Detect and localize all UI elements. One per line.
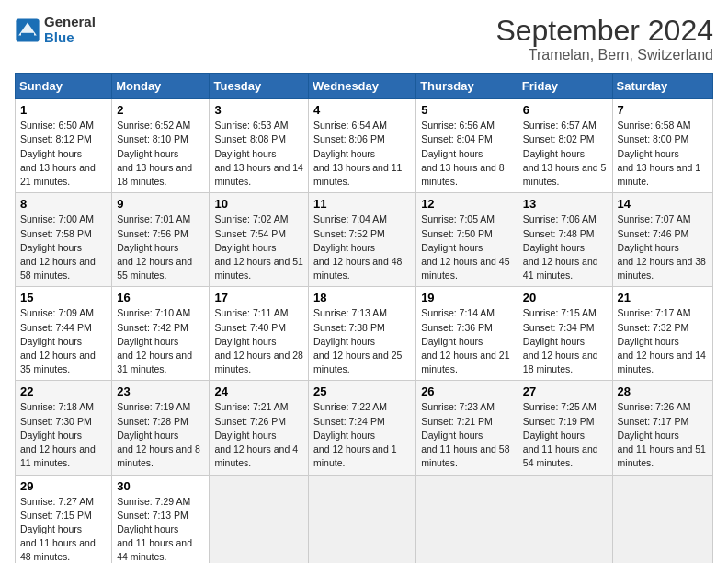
day-info: Sunrise: 6:53 AM Sunset: 8:08 PM Dayligh… — [214, 119, 303, 189]
svg-rect-2 — [21, 32, 34, 39]
day-info: Sunrise: 6:58 AM Sunset: 8:00 PM Dayligh… — [618, 119, 708, 189]
day-cell: 23 Sunrise: 7:19 AM Sunset: 7:28 PM Dayl… — [112, 381, 210, 475]
day-cell: 9 Sunrise: 7:01 AM Sunset: 7:56 PM Dayli… — [112, 193, 210, 287]
day-cell: 2 Sunrise: 6:52 AM Sunset: 8:10 PM Dayli… — [112, 99, 210, 193]
day-cell: 21 Sunrise: 7:17 AM Sunset: 7:32 PM Dayl… — [612, 287, 712, 381]
day-number: 7 — [618, 103, 708, 117]
day-cell: 27 Sunrise: 7:25 AM Sunset: 7:19 PM Dayl… — [518, 381, 612, 475]
day-number: 20 — [523, 291, 608, 304]
day-cell — [518, 475, 612, 563]
day-cell: 15 Sunrise: 7:09 AM Sunset: 7:44 PM Dayl… — [16, 287, 112, 381]
day-number: 4 — [313, 103, 411, 117]
day-cell: 29 Sunrise: 7:27 AM Sunset: 7:15 PM Dayl… — [16, 475, 112, 563]
day-cell — [309, 475, 416, 563]
day-cell: 10 Sunrise: 7:02 AM Sunset: 7:54 PM Dayl… — [210, 193, 309, 287]
day-cell: 3 Sunrise: 6:53 AM Sunset: 8:08 PM Dayli… — [210, 99, 309, 193]
day-cell: 20 Sunrise: 7:15 AM Sunset: 7:34 PM Dayl… — [518, 287, 612, 381]
day-number: 18 — [313, 291, 411, 304]
day-info: Sunrise: 7:25 AM Sunset: 7:19 PM Dayligh… — [523, 400, 608, 470]
day-number: 9 — [117, 197, 204, 211]
day-info: Sunrise: 7:06 AM Sunset: 7:48 PM Dayligh… — [523, 213, 608, 282]
day-cell: 12 Sunrise: 7:05 AM Sunset: 7:50 PM Dayl… — [416, 193, 518, 287]
day-info: Sunrise: 7:07 AM Sunset: 7:46 PM Dayligh… — [618, 213, 708, 282]
day-number: 27 — [523, 385, 608, 398]
day-cell: 19 Sunrise: 7:14 AM Sunset: 7:36 PM Dayl… — [416, 287, 518, 381]
day-number: 17 — [214, 291, 303, 304]
day-info: Sunrise: 7:00 AM Sunset: 7:58 PM Dayligh… — [20, 213, 107, 282]
day-number: 11 — [313, 197, 411, 211]
day-cell: 13 Sunrise: 7:06 AM Sunset: 7:48 PM Dayl… — [518, 193, 612, 287]
day-cell — [612, 475, 712, 563]
day-cell: 25 Sunrise: 7:22 AM Sunset: 7:24 PM Dayl… — [309, 381, 416, 475]
day-number: 24 — [214, 385, 303, 398]
day-number: 5 — [421, 103, 513, 117]
day-cell: 11 Sunrise: 7:04 AM Sunset: 7:52 PM Dayl… — [309, 193, 416, 287]
day-cell: 18 Sunrise: 7:13 AM Sunset: 7:38 PM Dayl… — [309, 287, 416, 381]
day-info: Sunrise: 7:11 AM Sunset: 7:40 PM Dayligh… — [214, 306, 303, 376]
day-info: Sunrise: 7:02 AM Sunset: 7:54 PM Dayligh… — [214, 213, 303, 282]
header-wednesday: Wednesday — [309, 74, 416, 99]
day-info: Sunrise: 7:22 AM Sunset: 7:24 PM Dayligh… — [313, 400, 411, 470]
day-info: Sunrise: 7:27 AM Sunset: 7:15 PM Dayligh… — [20, 495, 107, 563]
day-cell: 5 Sunrise: 6:56 AM Sunset: 8:04 PM Dayli… — [416, 99, 518, 193]
week-row-1: 1 Sunrise: 6:50 AM Sunset: 8:12 PM Dayli… — [16, 99, 713, 193]
day-cell — [416, 475, 518, 563]
day-info: Sunrise: 6:56 AM Sunset: 8:04 PM Dayligh… — [421, 119, 513, 189]
day-info: Sunrise: 7:18 AM Sunset: 7:30 PM Dayligh… — [20, 400, 107, 470]
header-friday: Friday — [518, 74, 612, 99]
day-number: 26 — [421, 385, 513, 398]
header-thursday: Thursday — [416, 74, 518, 99]
day-cell: 28 Sunrise: 7:26 AM Sunset: 7:17 PM Dayl… — [612, 381, 712, 475]
day-number: 30 — [117, 479, 204, 493]
day-cell: 4 Sunrise: 6:54 AM Sunset: 8:06 PM Dayli… — [309, 99, 416, 193]
day-number: 21 — [618, 291, 708, 304]
day-number: 1 — [20, 103, 107, 117]
day-info: Sunrise: 7:23 AM Sunset: 7:21 PM Dayligh… — [421, 400, 513, 470]
day-number: 23 — [117, 385, 204, 398]
calendar-table: SundayMondayTuesdayWednesdayThursdayFrid… — [15, 73, 713, 563]
logo-general: General — [44, 14, 96, 29]
header-saturday: Saturday — [612, 74, 712, 99]
day-info: Sunrise: 7:13 AM Sunset: 7:38 PM Dayligh… — [313, 306, 411, 376]
day-cell: 8 Sunrise: 7:00 AM Sunset: 7:58 PM Dayli… — [16, 193, 112, 287]
day-cell: 14 Sunrise: 7:07 AM Sunset: 7:46 PM Dayl… — [612, 193, 712, 287]
day-number: 6 — [523, 103, 608, 117]
day-info: Sunrise: 7:21 AM Sunset: 7:26 PM Dayligh… — [214, 400, 303, 470]
calendar-title: September 2024 — [495, 15, 713, 47]
day-cell: 17 Sunrise: 7:11 AM Sunset: 7:40 PM Dayl… — [210, 287, 309, 381]
header-row: SundayMondayTuesdayWednesdayThursdayFrid… — [16, 74, 713, 99]
day-number: 22 — [20, 385, 107, 398]
day-cell: 16 Sunrise: 7:10 AM Sunset: 7:42 PM Dayl… — [112, 287, 210, 381]
day-cell: 22 Sunrise: 7:18 AM Sunset: 7:30 PM Dayl… — [16, 381, 112, 475]
day-number: 14 — [618, 197, 708, 211]
day-info: Sunrise: 6:54 AM Sunset: 8:06 PM Dayligh… — [313, 119, 411, 189]
day-number: 16 — [117, 291, 204, 304]
day-number: 28 — [618, 385, 708, 398]
day-info: Sunrise: 7:29 AM Sunset: 7:13 PM Dayligh… — [117, 495, 204, 563]
week-row-4: 22 Sunrise: 7:18 AM Sunset: 7:30 PM Dayl… — [16, 381, 713, 475]
day-cell: 26 Sunrise: 7:23 AM Sunset: 7:21 PM Dayl… — [416, 381, 518, 475]
logo: General Blue — [15, 15, 96, 45]
day-cell: 1 Sunrise: 6:50 AM Sunset: 8:12 PM Dayli… — [16, 99, 112, 193]
day-number: 19 — [421, 291, 513, 304]
day-info: Sunrise: 7:19 AM Sunset: 7:28 PM Dayligh… — [117, 400, 204, 470]
day-info: Sunrise: 6:50 AM Sunset: 8:12 PM Dayligh… — [20, 119, 107, 189]
day-number: 8 — [20, 197, 107, 211]
page-header: General Blue September 2024 Tramelan, Be… — [15, 15, 713, 63]
day-info: Sunrise: 6:52 AM Sunset: 8:10 PM Dayligh… — [117, 119, 204, 189]
day-info: Sunrise: 7:17 AM Sunset: 7:32 PM Dayligh… — [618, 306, 708, 376]
header-sunday: Sunday — [16, 74, 112, 99]
day-cell — [210, 475, 309, 563]
day-info: Sunrise: 7:04 AM Sunset: 7:52 PM Dayligh… — [313, 213, 411, 282]
day-cell: 7 Sunrise: 6:58 AM Sunset: 8:00 PM Dayli… — [612, 99, 712, 193]
day-number: 2 — [117, 103, 204, 117]
day-info: Sunrise: 6:57 AM Sunset: 8:02 PM Dayligh… — [523, 119, 608, 189]
day-number: 12 — [421, 197, 513, 211]
day-number: 3 — [214, 103, 303, 117]
logo-blue: Blue — [44, 29, 74, 45]
week-row-3: 15 Sunrise: 7:09 AM Sunset: 7:44 PM Dayl… — [16, 287, 713, 381]
day-cell: 24 Sunrise: 7:21 AM Sunset: 7:26 PM Dayl… — [210, 381, 309, 475]
day-info: Sunrise: 7:10 AM Sunset: 7:42 PM Dayligh… — [117, 306, 204, 376]
day-number: 15 — [20, 291, 107, 304]
week-row-2: 8 Sunrise: 7:00 AM Sunset: 7:58 PM Dayli… — [16, 193, 713, 287]
